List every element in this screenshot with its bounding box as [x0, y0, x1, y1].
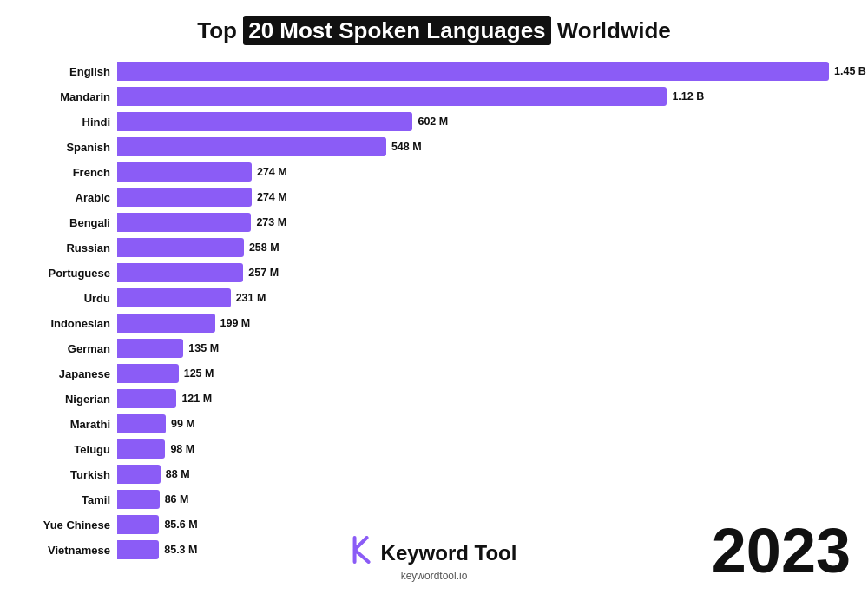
bar-track: 274 M	[117, 188, 851, 207]
chart-title: Top 20 Most Spoken Languages Worldwide	[17, 17, 851, 44]
bar-value-label: 1.45 B	[834, 65, 866, 77]
bar-row: Portuguese257 M	[17, 261, 851, 284]
bar-fill	[117, 465, 161, 484]
bar-label: Urdu	[17, 292, 117, 305]
bar-fill	[117, 540, 159, 559]
bar-label: Tamil	[17, 493, 117, 506]
bar-track: 273 M	[117, 213, 851, 232]
logo-area: Keyword Tool keywordtool.io	[352, 536, 517, 582]
bar-label: Marathi	[17, 418, 117, 431]
bar-fill	[117, 288, 231, 307]
bars-area: English1.45 BMandarin1.12 BHindi602 MSpa…	[17, 60, 851, 561]
bar-row: Telugu98 M	[17, 438, 851, 460]
bar-track: 199 M	[117, 314, 851, 333]
bar-fill	[117, 112, 412, 131]
bar-fill	[117, 364, 179, 383]
bar-label: Russian	[17, 241, 117, 254]
bar-value-label: 231 M	[236, 292, 266, 304]
title-prefix: Top	[197, 17, 243, 43]
bar-label: Japanese	[17, 367, 117, 380]
bar-value-label: 98 M	[170, 443, 194, 455]
bar-value-label: 88 M	[166, 468, 190, 480]
bar-track: 86 M	[117, 490, 851, 509]
bar-row: English1.45 B	[17, 60, 851, 83]
bar-row: Mandarin1.12 B	[17, 85, 851, 108]
bar-row: Turkish88 M	[17, 463, 851, 486]
bar-row: Russian258 M	[17, 236, 851, 259]
bar-fill	[117, 162, 252, 182]
bar-fill	[117, 439, 165, 459]
bar-value-label: 85.6 M	[164, 519, 197, 531]
bar-label: French	[17, 166, 117, 179]
bar-fill	[117, 137, 386, 156]
logo-main: Keyword Tool	[352, 536, 517, 570]
bar-row: Hindi602 M	[17, 110, 851, 133]
bar-label: German	[17, 342, 117, 355]
bar-value-label: 135 M	[188, 342, 219, 354]
bar-track: 1.12 B	[117, 87, 851, 106]
bar-fill	[117, 263, 243, 282]
bar-value-label: 273 M	[256, 216, 286, 228]
bar-row: Spanish548 M	[17, 135, 851, 158]
chart-container: Top 20 Most Spoken Languages Worldwide E…	[0, 0, 868, 608]
bar-row: Nigerian121 M	[17, 387, 851, 410]
bar-value-label: 199 M	[220, 317, 251, 329]
bar-label: Arabic	[17, 191, 117, 204]
bar-row: French274 M	[17, 161, 851, 183]
bar-fill	[117, 414, 166, 433]
bar-value-label: 121 M	[181, 393, 212, 405]
bar-fill	[117, 87, 667, 106]
bar-label: English	[17, 65, 117, 78]
bar-label: Nigerian	[17, 393, 117, 406]
bar-track: 99 M	[117, 414, 851, 433]
bar-track: 258 M	[117, 238, 851, 257]
bar-track: 274 M	[117, 162, 851, 182]
bar-track: 1.45 B	[117, 62, 866, 81]
title-highlight: 20 Most Spoken Languages	[243, 16, 550, 45]
bar-label: Spanish	[17, 141, 117, 154]
bar-row: Indonesian199 M	[17, 312, 851, 334]
bar-value-label: 85.3 M	[164, 544, 197, 556]
bar-value-label: 548 M	[391, 141, 422, 153]
bar-value-label: 602 M	[418, 116, 448, 128]
bar-value-label: 258 M	[249, 241, 279, 254]
bar-fill	[117, 213, 251, 232]
bar-track: 548 M	[117, 137, 851, 156]
bar-track: 257 M	[117, 263, 851, 282]
logo-url: keywordtool.io	[401, 570, 468, 582]
bar-track: 98 M	[117, 439, 851, 459]
bar-track: 231 M	[117, 288, 851, 307]
logo-icon	[352, 536, 376, 570]
bar-value-label: 274 M	[257, 191, 287, 203]
bar-row: Arabic274 M	[17, 186, 851, 208]
bar-label: Telugu	[17, 443, 117, 456]
bar-track: 602 M	[117, 112, 851, 131]
bar-value-label: 86 M	[165, 493, 189, 506]
bar-label: Vietnamese	[17, 544, 117, 557]
bar-row: Urdu231 M	[17, 287, 851, 309]
bar-value-label: 125 M	[184, 367, 214, 380]
bar-fill	[117, 339, 183, 358]
bar-label: Mandarin	[17, 90, 117, 103]
bar-fill	[117, 188, 252, 207]
bar-track: 121 M	[117, 389, 851, 408]
bar-fill	[117, 490, 160, 509]
bar-row: Japanese125 M	[17, 362, 851, 385]
bar-track: 135 M	[117, 339, 851, 358]
bar-label: Hindi	[17, 116, 117, 129]
bar-row: Tamil86 M	[17, 488, 851, 511]
bar-label: Portuguese	[17, 267, 117, 280]
bar-track: 125 M	[117, 364, 851, 383]
bar-row: Bengali273 M	[17, 211, 851, 234]
bar-row: German135 M	[17, 337, 851, 360]
bar-value-label: 1.12 B	[672, 90, 704, 102]
bar-label: Bengali	[17, 216, 117, 229]
title-suffix: Worldwide	[551, 17, 671, 43]
bar-value-label: 99 M	[171, 418, 195, 430]
bar-label: Indonesian	[17, 317, 117, 330]
bar-fill	[117, 238, 244, 257]
logo-name: Keyword Tool	[381, 541, 517, 565]
bar-value-label: 274 M	[257, 166, 287, 178]
bar-label: Turkish	[17, 468, 117, 481]
year-text: 2023	[712, 519, 851, 582]
